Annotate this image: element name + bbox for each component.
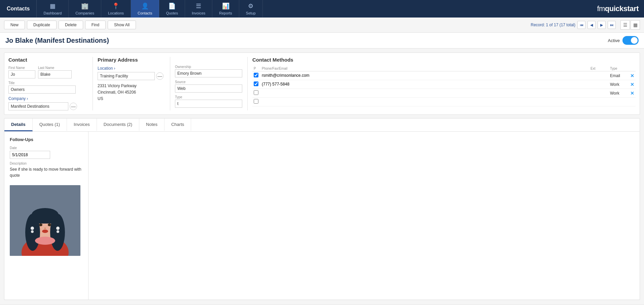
nav-item-locations[interactable]: 📍 Locations [101, 0, 131, 18]
toolbar: New Duplicate Delete Find Show All Recor… [0, 18, 644, 33]
tab-quotes[interactable]: Quotes (1) [33, 118, 67, 131]
ownership-label: Ownership [175, 65, 244, 69]
first-name-input[interactable] [8, 70, 35, 78]
company-link[interactable]: Company › [8, 96, 89, 101]
cm-ext-input-3[interactable] [591, 99, 607, 104]
name-fields: First Name Last Name [8, 66, 89, 78]
prev-record-button[interactable]: ◀ [587, 21, 596, 29]
title-label: Title [8, 81, 89, 85]
nav-label-locations: Locations [108, 11, 124, 15]
address-line3: US [98, 96, 167, 102]
nav-item-companies[interactable]: 🏢 Companies [69, 0, 101, 18]
duplicate-button[interactable]: Duplicate [27, 21, 57, 29]
source-input[interactable] [175, 84, 242, 93]
cm-ext-input-1[interactable] [591, 82, 607, 87]
cm-checkbox-2 [252, 89, 260, 98]
nav-item-setup[interactable]: ⚙ Setup [239, 0, 263, 18]
cm-check-0[interactable] [254, 73, 258, 77]
nav-label-dashboard: Dashboard [43, 11, 62, 15]
nav-item-invoices[interactable]: ☰ Invoices [185, 0, 212, 18]
main-content: Contact First Name Last Name Title Compa… [0, 48, 644, 304]
cm-check-3[interactable] [254, 99, 258, 104]
cm-delete-icon-2[interactable]: ✕ [630, 91, 634, 96]
active-toggle-switch[interactable] [622, 36, 639, 45]
type-input[interactable] [175, 100, 242, 108]
list-view-button[interactable]: ☰ [620, 20, 630, 30]
nav-item-reports[interactable]: 📊 Reports [212, 0, 239, 18]
next-record-button[interactable]: ▶ [598, 21, 606, 29]
tab-charts[interactable]: Charts [165, 118, 191, 131]
cm-type-0: Email [609, 71, 629, 80]
delete-button[interactable]: Delete [59, 21, 83, 29]
location-link[interactable]: Location › [98, 66, 167, 71]
tab-invoices[interactable]: Invoices [67, 118, 97, 131]
tab-sidebar: Follow-Ups Date Description See if she i… [4, 132, 88, 300]
cm-delete-icon-0[interactable]: ✕ [630, 73, 634, 78]
title-input[interactable] [8, 86, 76, 94]
svg-point-14 [56, 227, 60, 230]
cm-delete-2[interactable]: ✕ [629, 89, 636, 98]
nav-item-dashboard[interactable]: ▦ Dashboard [37, 0, 69, 18]
cm-value-input-3[interactable] [262, 99, 588, 104]
last-record-button[interactable]: ⏭ [608, 21, 616, 29]
find-button[interactable]: Find [85, 21, 106, 29]
grid-view-button[interactable]: ▦ [631, 20, 640, 30]
cm-check-1[interactable] [254, 81, 258, 86]
nav-label-companies: Companies [75, 11, 94, 15]
ownership-field: Ownership [175, 65, 244, 77]
cm-col-p: P [252, 66, 260, 71]
nav-item-quotes[interactable]: 📄 Quotes [159, 0, 185, 18]
cm-value-input-0[interactable] [262, 73, 588, 78]
nav-item-contacts[interactable]: 👤 Contacts [131, 0, 159, 18]
cm-checkbox-3 [252, 98, 260, 106]
svg-point-11 [42, 230, 48, 233]
address-panel-title: Primary Address [98, 57, 167, 63]
show-all-button[interactable]: Show All [108, 21, 136, 29]
cm-delete-1[interactable]: ✕ [629, 80, 636, 89]
cm-value-input-1[interactable] [262, 82, 588, 87]
table-row [252, 98, 636, 106]
cm-check-2[interactable] [254, 90, 258, 95]
record-nav: Record: 1 of 17 (17 total) ⏮ ◀ ▶ ⏭ [531, 21, 616, 29]
tab-notes[interactable]: Notes [139, 118, 165, 131]
last-name-label: Last Name [38, 66, 72, 70]
tab-documents[interactable]: Documents (2) [97, 118, 139, 131]
brand-fm: fm [597, 4, 605, 13]
location-input[interactable] [98, 72, 155, 80]
cm-ext-input-2[interactable] [591, 91, 607, 96]
followup-date-input[interactable] [10, 151, 50, 159]
cm-value-1 [260, 80, 589, 89]
location-clear-button[interactable]: — [156, 72, 164, 80]
companies-icon: 🏢 [81, 2, 88, 10]
last-name-input[interactable] [38, 70, 72, 78]
company-link-arrow: › [27, 96, 28, 101]
cm-ext-1 [589, 80, 609, 89]
new-button[interactable]: New [4, 21, 25, 29]
dashboard-icon: ▦ [50, 2, 56, 10]
tab-details[interactable]: Details [4, 118, 33, 131]
contacts-icon: 👤 [141, 2, 149, 10]
ownership-input[interactable] [175, 69, 242, 77]
company-clear-button[interactable]: — [70, 103, 77, 110]
cm-value-input-2[interactable] [262, 91, 588, 96]
cm-ext-0 [589, 71, 609, 80]
cm-ext-input-0[interactable] [591, 73, 607, 78]
svg-point-13 [31, 230, 34, 233]
reports-icon: 📊 [222, 2, 229, 10]
first-record-button[interactable]: ⏮ [577, 21, 585, 29]
quotes-icon: 📄 [168, 2, 176, 10]
cm-checkbox-0 [252, 71, 260, 80]
svg-rect-7 [32, 218, 59, 224]
brand-quickstart: quickstart [605, 4, 639, 13]
setup-icon: ⚙ [248, 2, 253, 10]
cm-delete-0[interactable]: ✕ [629, 71, 636, 80]
invoices-icon: ☰ [196, 2, 201, 10]
cm-type-2: Work [609, 89, 629, 98]
record-header: Jo Blake (Manifest Destinations) Active [0, 33, 644, 48]
company-field: — [8, 102, 89, 110]
toggle-knob [631, 37, 638, 44]
cm-delete-icon-1[interactable]: ✕ [630, 82, 634, 87]
company-input[interactable] [8, 102, 68, 110]
nav-label-reports: Reports [219, 11, 232, 15]
ownership-panel: Ownership Source Type [170, 57, 244, 110]
